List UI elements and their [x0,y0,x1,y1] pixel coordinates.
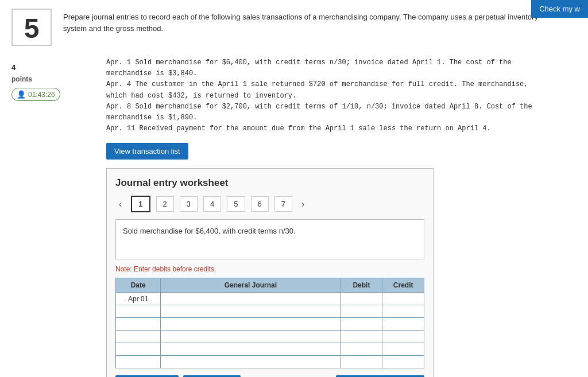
credit-input-6[interactable] [382,356,424,368]
tabs-row: ‹ 1 2 3 4 5 6 7 › [115,196,424,212]
table-row [116,343,424,356]
credit-cell-3[interactable] [382,318,424,331]
tab-next-button[interactable]: › [298,198,308,211]
note-text: Note: Enter debits before credits. [115,265,424,273]
date-input-6[interactable] [116,356,160,368]
debit-cell-5[interactable] [341,343,382,356]
gj-cell-6[interactable] [161,356,341,368]
date-cell-4[interactable] [116,331,161,343]
credit-cell-1[interactable] [382,293,424,305]
gj-input-3[interactable] [161,318,340,330]
gj-input-1[interactable] [161,293,340,305]
tab-7[interactable]: 7 [274,196,292,212]
gj-input-4[interactable] [161,331,340,343]
check-label: Check my w [539,5,580,13]
gj-cell-5[interactable] [161,343,341,356]
tab-1[interactable]: 1 [131,196,150,212]
debit-input-4[interactable] [341,331,382,343]
col-header-credit: Credit [382,278,424,293]
points-label: points [11,75,32,83]
date-cell-3[interactable] [116,318,161,331]
tab-4[interactable]: 4 [203,196,221,212]
sidebar-info: 4 points 👤 01:43:26 [11,63,57,377]
problem-text: Apr. 1 Sold merchandise for $6,400, with… [106,57,540,134]
credit-cell-5[interactable] [382,343,424,356]
date-cell-6[interactable] [116,356,161,368]
timer-icon: 👤 [17,90,26,99]
apr-line-3: Apr. 8 Sold merchandise for $2,700, with… [106,103,532,122]
worksheet-container: Journal entry worksheet ‹ 1 2 3 4 5 6 7 … [106,168,434,377]
question-number: 5 [11,9,52,46]
question-description: Prepare journal entries to record each o… [63,9,540,34]
gj-cell-4[interactable] [161,331,341,343]
debit-input-5[interactable] [341,343,382,355]
credit-input-3[interactable] [382,318,424,330]
gj-cell-1[interactable] [161,293,341,305]
date-cell-2[interactable] [116,305,161,318]
gj-input-6[interactable] [161,356,340,368]
date-input-4[interactable] [116,331,160,343]
transaction-description: Sold merchandise for $6,400, with credit… [115,219,424,259]
col-header-gj: General Journal [161,278,341,293]
credit-input-2[interactable] [382,305,424,317]
apr-line-2: Apr. 4 The customer in the April 1 sale … [106,80,528,99]
gj-input-2[interactable] [161,305,340,317]
tab-3[interactable]: 3 [180,196,198,212]
debit-input-1[interactable] [341,293,382,305]
apr-line-4: Apr. 11 Received payment for the amount … [106,125,491,133]
table-row [116,356,424,368]
date-cell-5[interactable] [116,343,161,356]
debit-cell-1[interactable] [341,293,382,305]
tab-2[interactable]: 2 [156,196,174,212]
credit-cell-6[interactable] [382,356,424,368]
date-input-3[interactable] [116,318,160,330]
tab-6[interactable]: 6 [251,196,269,212]
debit-cell-3[interactable] [341,318,382,331]
date-cell-1: Apr 01 [116,293,161,305]
debit-input-6[interactable] [341,356,382,368]
col-header-date: Date [116,278,161,293]
credit-input-5[interactable] [382,343,424,355]
credit-input-1[interactable] [382,293,424,305]
credit-input-4[interactable] [382,331,424,343]
gj-cell-2[interactable] [161,305,341,318]
check-my-work-bar[interactable]: Check my w [531,0,588,18]
debit-input-3[interactable] [341,318,382,330]
debit-cell-4[interactable] [341,331,382,343]
debit-cell-6[interactable] [341,356,382,368]
credit-cell-2[interactable] [382,305,424,318]
gj-cell-3[interactable] [161,318,341,331]
table-row [116,305,424,318]
journal-table: Date General Journal Debit Credit Apr 01 [115,278,424,368]
view-transaction-button[interactable]: View transaction list [106,143,188,160]
content-area: Apr. 1 Sold merchandise for $6,400, with… [106,57,540,377]
debit-input-2[interactable] [341,305,382,317]
table-row [116,318,424,331]
debit-cell-2[interactable] [341,305,382,318]
credit-cell-4[interactable] [382,331,424,343]
timer-value: 01:43:26 [28,91,55,99]
points-value: 4 [11,63,57,72]
table-row: Apr 01 [116,293,424,305]
date-input-5[interactable] [116,343,160,355]
date-input-2[interactable] [116,305,160,317]
worksheet-title: Journal entry worksheet [115,177,424,189]
tab-prev-button[interactable]: ‹ [115,198,125,211]
col-header-debit: Debit [341,278,382,293]
gj-input-5[interactable] [161,343,340,355]
timer-box: 👤 01:43:26 [11,88,60,101]
table-row [116,331,424,343]
tab-5[interactable]: 5 [227,196,245,212]
apr-line-1: Apr. 1 Sold merchandise for $6,400, with… [106,59,512,77]
